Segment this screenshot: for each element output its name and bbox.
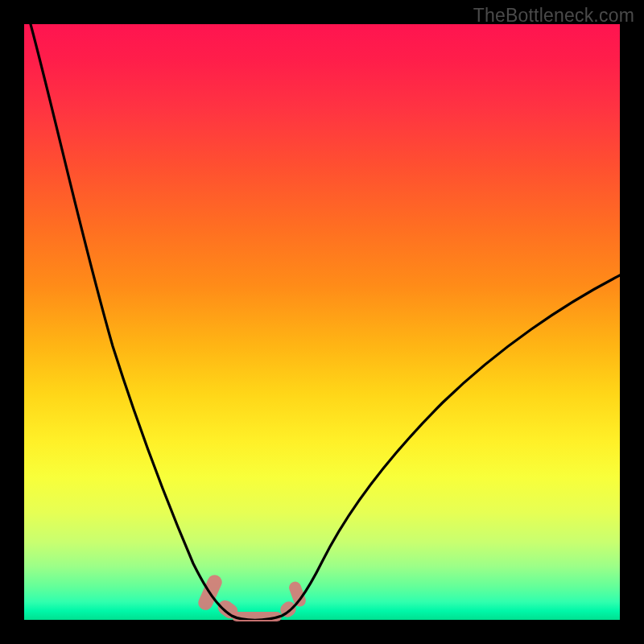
chart-frame: TheBottleneck.com bbox=[0, 0, 644, 644]
bottleneck-curve bbox=[24, 24, 620, 620]
plot-area bbox=[24, 24, 620, 620]
attribution-text: TheBottleneck.com bbox=[473, 5, 634, 27]
curve-path bbox=[31, 24, 620, 620]
